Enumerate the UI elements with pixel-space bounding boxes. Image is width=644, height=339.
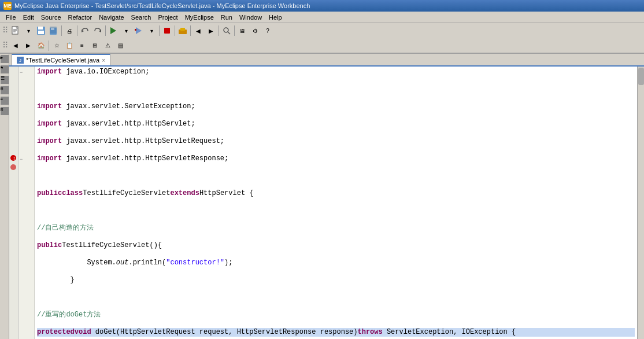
menu-file[interactable]: File — [2, 13, 20, 22]
task-button[interactable]: 📋 — [63, 40, 76, 51]
menu-project[interactable]: Project — [154, 13, 181, 22]
toolbar-sep-3 — [105, 25, 106, 36]
sidebar-icon-1[interactable]: ▶ — [1, 55, 9, 63]
debug-button[interactable] — [132, 25, 145, 36]
toolbar-sep-6 — [190, 25, 191, 36]
console-button[interactable]: ▤ — [114, 40, 127, 51]
home-button[interactable]: 🏠 — [35, 40, 47, 51]
stop-icon — [163, 27, 171, 35]
scrollbar-thumb[interactable] — [638, 68, 644, 85]
toolbar-sep-1 — [61, 25, 62, 36]
deploy-icon — [178, 26, 187, 35]
save-button[interactable] — [35, 25, 47, 36]
code-line-5: import javax.servlet.http.HttpServletReq… — [37, 137, 635, 146]
save-icon — [36, 26, 46, 35]
code-line-2 — [37, 85, 635, 94]
prev-button[interactable]: ◀ — [192, 25, 205, 36]
debug-icon — [134, 26, 143, 35]
line-number-gutter: − − — [18, 67, 35, 339]
sidebar-icon-4[interactable]: ⊞ — [1, 86, 9, 94]
gutter-row-14 — [18, 180, 34, 189]
menu-window[interactable]: Window — [236, 13, 265, 22]
back-button[interactable]: ◀ — [9, 40, 22, 51]
toolbar-sep-5 — [175, 25, 175, 36]
sidebar-icon-3[interactable]: ☰ — [1, 76, 9, 84]
new-button[interactable] — [9, 25, 22, 36]
svg-rect-16 — [164, 28, 170, 34]
toolbar-row-2: ⠿ ◀ ▶ 🏠 ☆ 📋 ≡ ⊞ ⚠ ▤ — [0, 38, 644, 53]
sidebar-icon-2[interactable]: ⚑ — [1, 65, 9, 73]
run-dropdown-button[interactable]: ▾ — [120, 25, 132, 36]
code-line-7 — [37, 172, 635, 180]
gutter-row-10 — [18, 146, 34, 154]
gutter-row-13 — [18, 172, 34, 180]
gutter-row-3 — [18, 85, 34, 94]
toolbar-sep-9 — [49, 40, 49, 51]
sidebar-icon-5[interactable]: ≡ — [1, 97, 9, 105]
gutter-row-11: − — [18, 154, 34, 163]
next-button[interactable]: ▶ — [205, 25, 217, 36]
deploy-button[interactable] — [176, 25, 189, 36]
gutter-row-20 — [18, 233, 34, 241]
editor-tab-main[interactable]: J *TestLifeCycleServlet.java × — [12, 54, 110, 65]
bookmark-button[interactable]: ☆ — [50, 40, 63, 51]
code-line-4: import javax.servlet.http.HttpServlet; — [37, 120, 635, 128]
menu-source[interactable]: Source — [38, 13, 65, 22]
redo-button[interactable] — [91, 25, 104, 36]
toolbar-grip-2: ⠿ — [1, 42, 9, 50]
code-line-11: public TestlLifeCycleServlet(){ — [37, 241, 635, 250]
vertical-scrollbar[interactable] — [637, 67, 644, 339]
run-button[interactable] — [107, 25, 120, 36]
left-margin: ! — [9, 67, 18, 339]
tab-file-icon: J — [17, 57, 24, 64]
svg-line-20 — [228, 32, 230, 34]
run-icon — [109, 26, 118, 35]
svg-rect-6 — [38, 27, 43, 30]
problems-button[interactable]: ⚠ — [101, 40, 114, 51]
menu-navigate[interactable]: Navigate — [95, 13, 127, 22]
gutter-row-8 — [18, 128, 34, 137]
toolbar-row-1: ⠿ ▾ 🖨 ▾ ▾ — [0, 23, 644, 38]
menu-myeclipse[interactable]: MyEclipse — [182, 13, 217, 22]
gutter-row-12 — [18, 163, 34, 172]
new-dropdown-button[interactable]: ▾ — [22, 25, 35, 36]
undo-button[interactable] — [79, 25, 91, 36]
tab-close-button[interactable]: × — [102, 57, 105, 64]
svg-marker-14 — [136, 27, 142, 34]
gutter-row-19 — [18, 224, 34, 233]
debug-dropdown-button[interactable]: ▾ — [145, 25, 158, 36]
menu-help[interactable]: Help — [265, 13, 286, 22]
search-button[interactable] — [220, 25, 233, 36]
toolbar-grip-1: ⠿ — [1, 27, 9, 35]
svg-rect-7 — [38, 31, 44, 34]
server-button[interactable]: 🖥 — [236, 25, 249, 36]
svg-point-23 — [10, 164, 16, 170]
gutter-row-17 — [18, 207, 34, 215]
hierarchy-button[interactable]: ⊞ — [88, 40, 101, 51]
toolbar-area: ⠿ ▾ 🖨 ▾ ▾ — [0, 23, 644, 54]
code-line-14 — [37, 293, 635, 302]
sidebar-icon-6[interactable]: ⊡ — [1, 107, 9, 115]
code-editor[interactable]: import java.io.IOException; import javax… — [35, 67, 637, 339]
editor-pane: J *TestLifeCycleServlet.java × ! − — [9, 54, 644, 339]
help-button[interactable]: ? — [261, 25, 274, 36]
gutter-row-15 — [18, 189, 34, 198]
menu-run[interactable]: Run — [217, 13, 236, 22]
redo-icon — [93, 27, 102, 35]
configure-button[interactable]: ⚙ — [249, 25, 261, 36]
print-button[interactable]: 🖨 — [63, 25, 76, 36]
code-line-6: import javax.servlet.http.HttpServletRes… — [37, 154, 635, 163]
menu-search[interactable]: Search — [128, 13, 155, 22]
stop-button[interactable] — [161, 25, 173, 36]
code-line-8: public class TestlLifeCycleServlet exten… — [37, 189, 635, 198]
toolbar-sep-2 — [77, 25, 77, 36]
forward-button[interactable]: ▶ — [22, 40, 35, 51]
code-line-10: //自己构造的方法 — [37, 224, 635, 233]
outline-button[interactable]: ≡ — [76, 40, 88, 51]
editor-container: ! − − — [9, 67, 644, 339]
code-line-16: protected void doGet(HttpServletRequest … — [37, 328, 635, 337]
save-all-button[interactable] — [47, 25, 60, 36]
menu-refactor[interactable]: Refactor — [65, 13, 96, 22]
gutter-row-5 — [18, 102, 34, 111]
menu-edit[interactable]: Edit — [20, 13, 38, 22]
